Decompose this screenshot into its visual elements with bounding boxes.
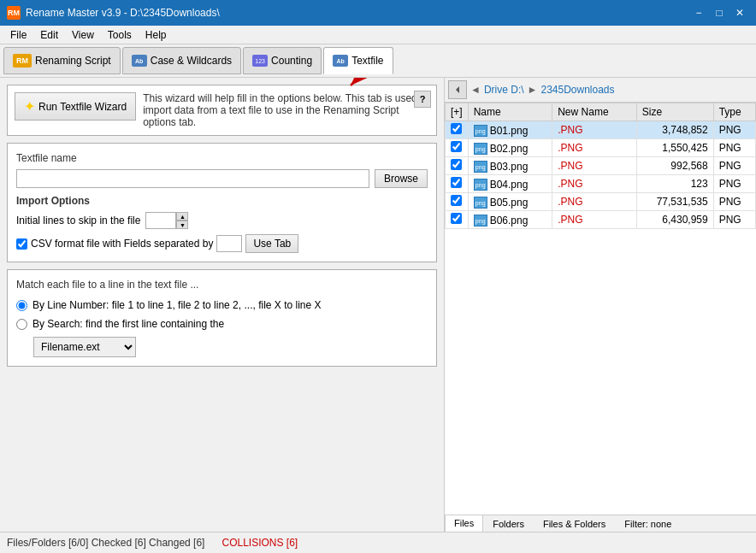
file-size: 123 <box>636 175 713 193</box>
file-icon: png <box>474 215 487 226</box>
close-button[interactable]: ✕ <box>730 4 749 21</box>
file-type: PNG <box>713 157 755 175</box>
breadcrumb-drive[interactable]: Drive D:\ <box>484 84 524 96</box>
file-table: [+] Name New Name Size Type png B01.png … <box>445 103 756 515</box>
file-new-name: .PNG <box>552 175 637 193</box>
renaming-script-icon: RM <box>13 54 32 68</box>
file-name: png B05.png <box>468 193 552 211</box>
file-type: PNG <box>713 139 755 157</box>
file-name: png B04.png <box>468 175 552 193</box>
menu-bar: File Edit View Tools Help <box>0 26 756 44</box>
by-search-radio[interactable] <box>16 319 27 330</box>
file-size: 992,568 <box>636 157 713 175</box>
table-row[interactable]: png B01.png .PNG 3,748,852 PNG <box>446 121 756 139</box>
csv-checkbox[interactable] <box>16 238 27 250</box>
breadcrumb-bar: ◄ Drive D:\ ► 2345Downloads <box>470 84 753 96</box>
file-size: 3,748,852 <box>636 121 713 139</box>
skip-lines-input[interactable]: 0 <box>145 212 176 229</box>
wizard-button-label: Run Textfile Wizard <box>38 101 127 113</box>
wizard-description: This wizard will help fill in the option… <box>143 92 429 128</box>
help-button[interactable]: ? <box>414 91 431 108</box>
file-icon: png <box>474 179 487 191</box>
file-new-name: .PNG <box>552 139 637 157</box>
bottom-tab-files-folders[interactable]: Files & Folders <box>534 515 615 532</box>
right-toolbar: ◄ Drive D:\ ► 2345Downloads <box>445 78 756 103</box>
app-icon: RM <box>7 6 21 20</box>
col-header-type[interactable]: Type <box>713 103 755 121</box>
table-row[interactable]: png B05.png .PNG 77,531,535 PNG <box>446 193 756 211</box>
col-header-size[interactable]: Size <box>636 103 713 121</box>
title-bar-text: Rename Master v3.9 - D:\2345Downloads\ <box>26 7 220 19</box>
row-checkbox[interactable] <box>451 141 462 152</box>
case-wildcards-label: Case & Wildcards <box>151 55 232 67</box>
file-type: PNG <box>713 121 755 139</box>
maximize-button[interactable]: □ <box>710 4 729 21</box>
spin-up-button[interactable]: ▲ <box>176 212 188 221</box>
row-checkbox[interactable] <box>451 213 462 224</box>
file-name: png B06.png <box>468 211 552 229</box>
file-type: PNG <box>713 211 755 229</box>
file-name: png B03.png <box>468 157 552 175</box>
match-dropdown[interactable]: Filename.ext Filename Extension Date Siz… <box>33 337 136 357</box>
textfile-label: Textfile <box>351 55 383 67</box>
breadcrumb-folder[interactable]: 2345Downloads <box>540 84 614 96</box>
renaming-script-label: Renaming Script <box>35 55 111 67</box>
wizard-star-icon: ✦ <box>24 98 35 115</box>
textfile-icon: Ab <box>333 55 348 67</box>
spin-down-button[interactable]: ▼ <box>176 221 188 229</box>
tab-counting[interactable]: 123 Counting <box>243 47 322 74</box>
menu-help[interactable]: Help <box>139 27 174 43</box>
counting-icon: 123 <box>252 55 268 67</box>
row-checkbox[interactable] <box>451 195 462 206</box>
file-new-name: .PNG <box>552 121 637 139</box>
import-options-label: Import Options <box>16 195 428 207</box>
csv-label: CSV format file with Fields separated by <box>31 238 213 250</box>
run-wizard-button[interactable]: ✦ Run Textfile Wizard <box>15 92 136 121</box>
by-line-radio[interactable] <box>16 300 27 311</box>
match-section: Match each file to a line in the text fi… <box>7 269 437 367</box>
menu-tools[interactable]: Tools <box>101 27 139 43</box>
use-tab-button[interactable]: Use Tab <box>245 234 298 253</box>
status-text: Files/Folders [6/0] Checked [6] Changed … <box>7 537 204 549</box>
bottom-tab-filter[interactable]: Filter: none <box>615 515 681 532</box>
table-row[interactable]: png B04.png .PNG 123 PNG <box>446 175 756 193</box>
table-row[interactable]: png B06.png .PNG 6,430,959 PNG <box>446 211 756 229</box>
toolbar: RM Renaming Script Ab Case & Wildcards 1… <box>0 44 756 78</box>
bottom-tabs: Files Folders Files & Folders Filter: no… <box>445 515 756 532</box>
file-icon: png <box>474 197 487 209</box>
col-header-checkbox: [+] <box>446 103 469 121</box>
row-checkbox[interactable] <box>451 177 462 188</box>
right-panel: ◄ Drive D:\ ► 2345Downloads [+] Name New… <box>445 78 756 532</box>
textfile-name-label: Textfile name <box>16 152 428 164</box>
file-type: PNG <box>713 175 755 193</box>
tab-renaming-script[interactable]: RM Renaming Script <box>3 47 121 74</box>
textfile-name-input[interactable] <box>16 169 369 188</box>
bottom-tab-folders[interactable]: Folders <box>483 515 534 532</box>
row-checkbox[interactable] <box>451 123 462 134</box>
title-bar: RM Rename Master v3.9 - D:\2345Downloads… <box>0 0 756 26</box>
nav-back-button[interactable] <box>448 80 467 99</box>
menu-view[interactable]: View <box>65 27 101 43</box>
menu-file[interactable]: File <box>3 27 33 43</box>
file-new-name: .PNG <box>552 157 637 175</box>
col-header-name[interactable]: Name <box>468 103 552 121</box>
collision-text: COLLISIONS [6] <box>221 537 298 549</box>
csv-separator-input[interactable]: , <box>216 235 242 252</box>
file-icon: png <box>474 143 487 155</box>
tab-case-wildcards[interactable]: Ab Case & Wildcards <box>122 47 241 74</box>
row-checkbox[interactable] <box>451 159 462 170</box>
browse-button[interactable]: Browse <box>375 169 428 188</box>
tab-textfile[interactable]: Ab Textfile <box>323 47 393 74</box>
bottom-tab-files[interactable]: Files <box>445 515 483 532</box>
table-row[interactable]: png B03.png .PNG 992,568 PNG <box>446 157 756 175</box>
case-wildcards-icon: Ab <box>132 55 147 67</box>
file-name: png B02.png <box>468 139 552 157</box>
col-header-newname[interactable]: New Name <box>552 103 637 121</box>
wizard-box: ✦ Run Textfile Wizard This wizard will h… <box>7 85 437 136</box>
menu-edit[interactable]: Edit <box>33 27 65 43</box>
file-size: 77,531,535 <box>636 193 713 211</box>
file-new-name: .PNG <box>552 193 637 211</box>
minimize-button[interactable]: − <box>689 4 708 21</box>
table-row[interactable]: png B02.png .PNG 1,550,425 PNG <box>446 139 756 157</box>
file-size: 6,430,959 <box>636 211 713 229</box>
